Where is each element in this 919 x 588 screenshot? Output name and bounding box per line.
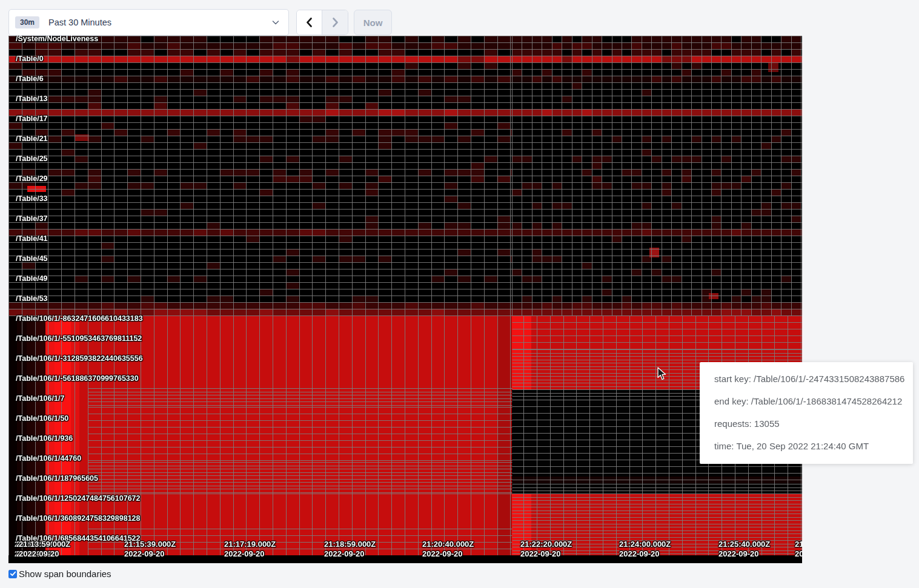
- tooltip-time: time: Tue, 20 Sep 2022 21:24:40 GMT: [714, 435, 907, 457]
- key-visualizer-page: 30m Past 30 Minutes Now /System/NodeLive…: [0, 0, 919, 588]
- time-range-dropdown[interactable]: 30m Past 30 Minutes: [8, 9, 289, 36]
- span-tooltip: start key: /Table/106/1/-247433150824388…: [700, 362, 913, 464]
- previous-timespan-button[interactable]: [297, 10, 322, 35]
- next-timespan-button[interactable]: [322, 10, 348, 35]
- time-range-label: Past 30 Minutes: [48, 18, 271, 27]
- tooltip-start-key: start key: /Table/106/1/-247433150824388…: [714, 368, 907, 390]
- show-span-boundaries-label: Show span boundaries: [19, 569, 111, 579]
- chevron-right-icon: [330, 17, 340, 28]
- chevron-left-icon: [305, 17, 314, 28]
- span-boundaries-control: Show span boundaries: [8, 569, 111, 579]
- key-visualizer-heatmap[interactable]: /System/NodeLiveness/Table/0/Table/6/Tab…: [8, 36, 802, 563]
- check-icon: [10, 570, 16, 577]
- chevron-down-icon: [271, 18, 280, 27]
- show-span-boundaries-checkbox[interactable]: [8, 570, 17, 578]
- key-visualizer-canvas[interactable]: [8, 36, 802, 563]
- duration-badge: 30m: [15, 16, 39, 28]
- time-nav-button-group: [296, 10, 348, 35]
- tooltip-end-key: end key: /Table/106/1/-18683814745282642…: [714, 390, 907, 412]
- now-button[interactable]: Now: [354, 10, 392, 35]
- tooltip-requests: requests: 13055: [714, 412, 907, 435]
